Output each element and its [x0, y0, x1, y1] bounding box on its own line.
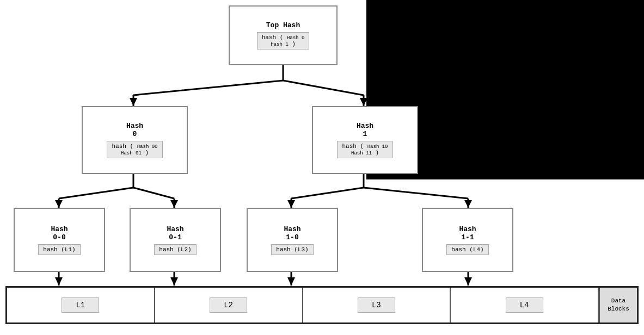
hash11-node: Hash1-1 hash (L4): [422, 208, 513, 272]
hash00-formula: hash (L1): [38, 244, 80, 255]
data-blocks-label: DataBlocks: [599, 288, 637, 322]
svg-marker-20: [464, 200, 472, 208]
hash0-formula: hash ( Hash 00Hash 01 ): [107, 141, 162, 158]
hash11-formula: hash (L4): [446, 244, 488, 255]
hash1-node: Hash1 hash ( Hash 10Hash 11 ): [312, 106, 418, 174]
svg-marker-17: [287, 200, 295, 208]
data-blocks-row: L1 L2 L3 L4 DataBlocks: [5, 286, 639, 324]
l4-label: L4: [506, 297, 543, 313]
data-block-l4: L4: [451, 288, 599, 322]
svg-line-15: [291, 188, 364, 198]
l1-label: L1: [62, 297, 99, 313]
hash10-formula: hash (L3): [271, 244, 313, 255]
svg-line-1: [133, 80, 283, 95]
svg-marker-3: [130, 98, 137, 106]
hash01-formula: hash (L2): [154, 244, 196, 255]
l3-label: L3: [358, 297, 395, 313]
svg-line-18: [364, 188, 468, 198]
hash0-label: Hash0: [126, 122, 143, 138]
top-hash-label: Top Hash: [266, 21, 300, 29]
data-block-l3: L3: [303, 288, 451, 322]
svg-marker-13: [170, 200, 178, 208]
svg-marker-10: [55, 200, 63, 208]
svg-marker-28: [464, 277, 472, 286]
diagram-container: Top Hash hash ( Hash 0Hash 1 ) Hash0 has…: [0, 0, 644, 335]
hash01-node: Hash0-1 hash (L2): [130, 208, 221, 272]
svg-marker-22: [55, 277, 63, 286]
data-block-l2: L2: [155, 288, 303, 322]
hash11-label: Hash1-1: [459, 225, 476, 241]
hash0-node: Hash0 hash ( Hash 00Hash 01 ): [82, 106, 188, 174]
hash00-label: Hash0-0: [51, 225, 68, 241]
data-block-l1: L1: [7, 288, 155, 322]
hash1-label: Hash1: [357, 122, 373, 138]
hash1-formula: hash ( Hash 10Hash 11 ): [337, 141, 392, 158]
svg-marker-24: [170, 277, 178, 286]
hash10-label: Hash1-0: [284, 225, 300, 241]
hash01-label: Hash0-1: [167, 225, 183, 241]
hash00-node: Hash0-0 hash (L1): [14, 208, 105, 272]
svg-line-8: [59, 188, 133, 198]
svg-line-11: [133, 188, 174, 198]
top-hash-formula: hash ( Hash 0Hash 1 ): [257, 32, 310, 49]
hash10-node: Hash1-0 hash (L3): [247, 208, 338, 272]
l2-label: L2: [210, 297, 247, 313]
svg-line-4: [283, 80, 364, 95]
svg-marker-26: [287, 277, 295, 286]
top-hash-node: Top Hash hash ( Hash 0Hash 1 ): [229, 5, 338, 65]
